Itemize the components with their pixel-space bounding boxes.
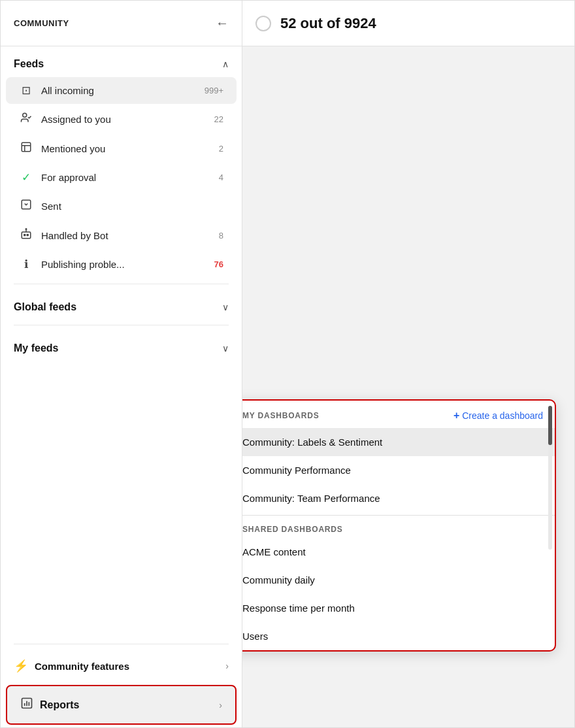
sidebar-item-community-features[interactable]: ⚡ Community features › xyxy=(1,650,242,682)
approval-icon: ✓ xyxy=(19,171,33,184)
my-dashboards-label: MY DASHBOARDS xyxy=(242,411,320,420)
select-all-checkbox[interactable] xyxy=(255,16,271,31)
sidebar-item-sent[interactable]: Sent xyxy=(6,192,237,220)
dashboard-item-community-performance[interactable]: Community Performance xyxy=(242,456,555,484)
my-dashboards-header: MY DASHBOARDS + Create a dashboard xyxy=(242,401,555,428)
svg-point-7 xyxy=(27,234,28,235)
sidebar-item-assigned-to-you[interactable]: Assigned to you 22 xyxy=(6,105,237,133)
global-feeds-chevron-icon[interactable]: ∨ xyxy=(222,302,229,312)
divider-1 xyxy=(14,284,229,284)
bot-label: Handled by Bot xyxy=(41,230,211,241)
svg-point-8 xyxy=(25,229,27,230)
top-header: COMMUNITY ← 52 out of 9924 xyxy=(1,1,574,46)
scrollbar-track xyxy=(548,406,552,550)
svg-point-6 xyxy=(24,234,25,235)
main-content: Feeds ∧ ⊡ All incoming 999+ Assigned to … xyxy=(1,46,574,727)
dashboard-item-label: Community Performance xyxy=(242,465,351,476)
my-feeds-header[interactable]: My feeds ∨ xyxy=(1,331,242,361)
sidebar-item-mentioned-you[interactable]: Mentioned you 2 xyxy=(6,135,237,163)
svg-rect-1 xyxy=(22,142,31,152)
dashboard-dropdown: MY DASHBOARDS + Create a dashboard Commu… xyxy=(242,399,556,652)
approval-label: For approval xyxy=(41,172,211,183)
scrollbar-thumb[interactable] xyxy=(548,406,552,445)
bot-badge: 8 xyxy=(219,231,223,240)
right-panel: MY DASHBOARDS + Create a dashboard Commu… xyxy=(242,46,574,727)
sent-icon xyxy=(19,199,33,214)
community-features-label: Community features xyxy=(35,661,129,672)
bot-icon xyxy=(19,228,33,243)
main-header: 52 out of 9924 xyxy=(242,15,574,32)
divider-2 xyxy=(14,325,229,325)
feeds-title: Feeds xyxy=(14,58,44,70)
reports-label: Reports xyxy=(40,699,79,711)
dashboard-item-labels-sentiment[interactable]: Community: Labels & Sentiment xyxy=(242,428,555,456)
dashboard-item-team-performance[interactable]: Community: Team Performance xyxy=(242,484,555,512)
publishing-label: Publishing proble... xyxy=(41,259,206,270)
feeds-chevron-icon[interactable]: ∧ xyxy=(222,59,229,69)
dropdown-scroll-container: MY DASHBOARDS + Create a dashboard Commu… xyxy=(242,401,555,650)
sidebar-item-for-approval[interactable]: ✓ For approval 4 xyxy=(6,164,237,191)
dashboard-item-label: Response time per month xyxy=(242,603,355,614)
my-feeds-title: My feeds xyxy=(14,342,58,354)
shared-dashboards-label: SHARED DASHBOARDS xyxy=(242,518,555,538)
assigned-label: Assigned to you xyxy=(41,114,206,125)
count-main: 52 xyxy=(280,15,296,31)
reports-icon xyxy=(20,697,33,713)
lightning-icon: ⚡ xyxy=(14,659,28,673)
create-dashboard-label: Create a dashboard xyxy=(462,410,543,421)
dropdown-divider xyxy=(242,515,555,516)
assigned-badge: 22 xyxy=(214,114,223,124)
approval-badge: 4 xyxy=(219,173,223,182)
sidebar-item-handled-by-bot[interactable]: Handled by Bot 8 xyxy=(6,222,237,250)
sidebar-item-all-incoming[interactable]: ⊡ All incoming 999+ xyxy=(6,77,237,104)
dashboard-item-acme-content[interactable]: ACME content xyxy=(242,538,555,566)
create-dashboard-button[interactable]: + Create a dashboard xyxy=(453,410,543,422)
dashboard-item-label: Community: Team Performance xyxy=(242,493,380,504)
dashboard-item-response-time[interactable]: Response time per month xyxy=(242,594,555,622)
publishing-badge: 76 xyxy=(214,259,223,269)
reports-arrow-icon: › xyxy=(219,700,222,710)
community-title: COMMUNITY xyxy=(14,18,69,28)
sidebar: Feeds ∧ ⊡ All incoming 999+ Assigned to … xyxy=(1,46,242,727)
dashboard-item-label: Community daily xyxy=(242,574,315,586)
count-total: 9924 xyxy=(344,15,376,31)
svg-point-0 xyxy=(23,113,27,117)
mentioned-badge: 2 xyxy=(219,144,223,154)
item-count: 52 out of 9924 xyxy=(280,15,376,32)
dashboard-item-label: Community: Labels & Sentiment xyxy=(242,437,382,448)
divider-3 xyxy=(14,644,229,644)
count-separator: out of xyxy=(296,15,344,31)
sent-label: Sent xyxy=(41,201,216,212)
sidebar-item-publishing-problems[interactable]: ℹ Publishing proble... 76 xyxy=(6,251,237,278)
all-incoming-badge: 999+ xyxy=(205,86,223,95)
mentioned-label: Mentioned you xyxy=(41,143,211,154)
dashboard-item-label: ACME content xyxy=(242,546,306,557)
assigned-icon xyxy=(19,112,33,127)
mentioned-icon xyxy=(19,141,33,156)
sidebar-item-reports[interactable]: Reports › xyxy=(6,685,237,725)
my-feeds-chevron-icon[interactable]: ∨ xyxy=(222,343,229,354)
global-feeds-title: Global feeds xyxy=(14,301,76,313)
sidebar-header: COMMUNITY ← xyxy=(1,1,242,46)
dashboard-item-label: Users xyxy=(242,631,268,642)
publishing-icon: ℹ xyxy=(19,257,33,271)
community-features-arrow-icon: › xyxy=(225,661,229,671)
feeds-section-header: Feeds ∧ xyxy=(1,46,242,76)
app-container: COMMUNITY ← 52 out of 9924 Feeds ∧ ⊡ All… xyxy=(0,0,575,728)
dashboard-item-users[interactable]: Users xyxy=(242,622,555,650)
all-incoming-icon: ⊡ xyxy=(19,84,33,97)
global-feeds-header[interactable]: Global feeds ∨ xyxy=(1,290,242,320)
svg-rect-5 xyxy=(22,232,31,239)
back-arrow-icon[interactable]: ← xyxy=(216,16,229,31)
dashboard-item-community-daily[interactable]: Community daily xyxy=(242,566,555,594)
all-incoming-label: All incoming xyxy=(41,85,197,96)
create-plus-icon: + xyxy=(453,410,459,422)
